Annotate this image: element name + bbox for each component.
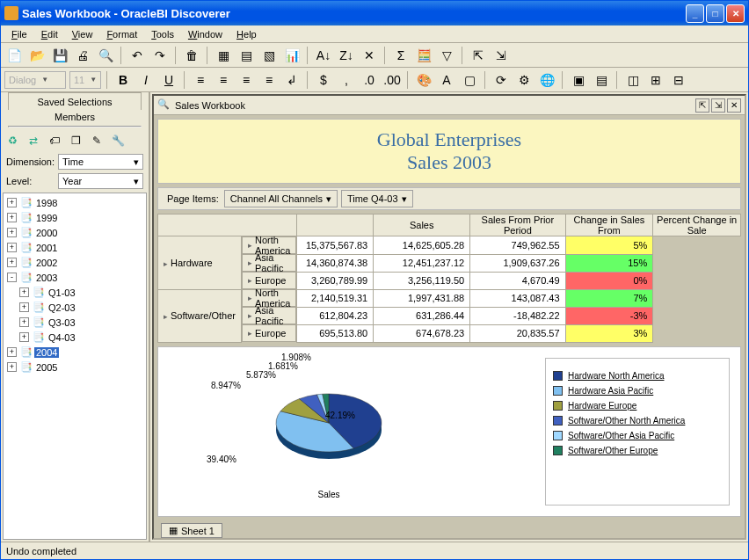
tree-node-2002[interactable]: +📑2002: [5, 255, 144, 270]
tree-label[interactable]: Q4-03: [47, 332, 77, 343]
legend-item[interactable]: Hardware Europe: [553, 401, 722, 411]
tree-label[interactable]: Q1-03: [47, 287, 77, 298]
expander-icon[interactable]: +: [7, 213, 17, 222]
tree-node-2000[interactable]: +📑2000: [5, 225, 144, 240]
tree-node-1999[interactable]: +📑1999: [5, 210, 144, 225]
expander-icon[interactable]: +: [7, 258, 17, 267]
table-row[interactable]: ▸Hardware▸North America15,375,567.8314,6…: [158, 236, 741, 255]
underline-icon[interactable]: U: [159, 70, 178, 90]
close2-icon[interactable]: ✕: [727, 98, 741, 113]
calc-icon[interactable]: 🧮: [414, 46, 433, 65]
font-select[interactable]: Dialog▼: [4, 71, 66, 89]
expander-icon[interactable]: +: [19, 302, 29, 312]
delete-icon[interactable]: 🗑: [182, 46, 201, 65]
chart2-icon[interactable]: 📊: [282, 46, 302, 65]
menu-file[interactable]: File: [4, 27, 34, 41]
tag-icon[interactable]: 🏷: [47, 133, 62, 149]
currency-icon[interactable]: $: [314, 70, 333, 90]
tree-label[interactable]: 2003: [34, 273, 59, 283]
time-tree[interactable]: +📑1998+📑1999+📑2000+📑2001+📑2002-📑2003+📑Q1…: [3, 193, 147, 540]
chart-icon[interactable]: ▧: [259, 46, 279, 65]
maximize2-icon[interactable]: ⇲: [711, 98, 725, 113]
expander-icon[interactable]: +: [7, 362, 17, 372]
sort-clear-icon[interactable]: ✕: [360, 46, 379, 65]
tree-label[interactable]: Q2-03: [47, 302, 77, 313]
wrap-icon[interactable]: ↲: [282, 70, 302, 90]
tree-node-2003[interactable]: -📑2003: [5, 270, 144, 285]
legend-item[interactable]: Software/Other Asia Pacific: [553, 431, 722, 440]
menu-edit[interactable]: Edit: [34, 27, 65, 41]
opt-icon[interactable]: ⚙: [514, 70, 534, 90]
table-row[interactable]: ▸Europe3,260,789.993,256,119.504,670.490…: [158, 272, 741, 289]
expander-icon[interactable]: +: [7, 198, 17, 207]
refresh-members-icon[interactable]: ♻: [4, 133, 20, 149]
filter-icon[interactable]: ▽: [437, 46, 456, 65]
table-row[interactable]: ▸Europe695,513.80674,678.2320,835.573%: [158, 324, 741, 342]
text-color-icon[interactable]: A: [437, 70, 456, 90]
refresh-icon[interactable]: ⟳: [491, 70, 511, 90]
export-icon[interactable]: ⇱: [469, 46, 488, 65]
close-button[interactable]: ✕: [726, 4, 745, 23]
align-right-icon[interactable]: ≡: [236, 70, 256, 90]
redo-icon[interactable]: ↷: [150, 46, 170, 65]
grid-icon[interactable]: ▦: [214, 46, 233, 65]
table-row[interactable]: ▸Software/Other▸North America2,140,519.3…: [158, 289, 741, 307]
view2-icon[interactable]: ▤: [592, 70, 611, 90]
menu-format[interactable]: Format: [99, 27, 144, 41]
data-table[interactable]: SalesSales From Prior PeriodChange in Sa…: [157, 214, 741, 343]
layout2-icon[interactable]: ⊞: [646, 70, 665, 90]
legend-item[interactable]: Software/Other North America: [553, 416, 722, 425]
bold-icon[interactable]: B: [113, 70, 133, 90]
tree-node-1998[interactable]: +📑1998: [5, 195, 144, 210]
italic-icon[interactable]: I: [136, 70, 156, 90]
open-icon[interactable]: 📂: [27, 46, 47, 65]
tree-node-Q3-03[interactable]: +📑Q3-03: [5, 315, 144, 330]
tree-node-2001[interactable]: +📑2001: [5, 240, 144, 255]
table-row[interactable]: ▸Asia Pacific612,804.23631,286.44-18,482…: [158, 307, 741, 324]
globe-icon[interactable]: 🌐: [537, 70, 556, 90]
legend-item[interactable]: Hardware North America: [553, 371, 722, 381]
menu-view[interactable]: View: [65, 27, 100, 41]
layout3-icon[interactable]: ⊟: [669, 70, 688, 90]
restore-icon[interactable]: ⇱: [695, 98, 709, 113]
border-icon[interactable]: ▢: [460, 70, 479, 90]
save-icon[interactable]: 💾: [50, 46, 69, 65]
saved-selections-tab[interactable]: Saved Selections: [8, 92, 142, 110]
maximize-button[interactable]: □: [706, 4, 724, 23]
dimension-select[interactable]: Time▾: [58, 154, 143, 170]
align-left-icon[interactable]: ≡: [191, 70, 210, 90]
new-icon[interactable]: 📄: [4, 46, 24, 65]
tree-node-2004[interactable]: +📑2004: [5, 345, 144, 360]
fill-icon[interactable]: 🎨: [414, 70, 433, 90]
tree-label[interactable]: Q3-03: [47, 317, 77, 328]
undo-icon[interactable]: ↶: [127, 46, 147, 65]
tree-node-Q4-03[interactable]: +📑Q4-03: [5, 330, 144, 345]
copy-icon[interactable]: ❐: [68, 133, 84, 149]
inc-dec-icon[interactable]: .0: [360, 70, 379, 90]
swap-icon[interactable]: ⇄: [25, 133, 41, 149]
align-justify-icon[interactable]: ≡: [259, 70, 279, 90]
align-center-icon[interactable]: ≡: [214, 70, 233, 90]
expander-icon[interactable]: +: [7, 347, 17, 357]
preview-icon[interactable]: 🔍: [96, 46, 115, 65]
tree-label[interactable]: 2001: [34, 243, 59, 253]
tree-label[interactable]: 2004: [34, 347, 59, 358]
edit-icon[interactable]: ✎: [89, 133, 105, 149]
sort-asc-icon[interactable]: A↓: [314, 46, 333, 65]
menu-tools[interactable]: Tools: [144, 27, 181, 41]
table-icon[interactable]: ▤: [236, 46, 256, 65]
tree-label[interactable]: 1998: [34, 198, 59, 208]
tree-node-Q1-03[interactable]: +📑Q1-03: [5, 285, 144, 300]
view1-icon[interactable]: ▣: [569, 70, 588, 90]
tree-node-2005[interactable]: +📑2005: [5, 360, 144, 375]
sort-desc-icon[interactable]: Z↓: [337, 46, 356, 65]
tree-node-Q2-03[interactable]: +📑Q2-03: [5, 300, 144, 315]
channel-select[interactable]: Channel All Channels ▾: [224, 190, 338, 207]
export2-icon[interactable]: ⇲: [491, 46, 511, 65]
level-select[interactable]: Year▾: [58, 173, 143, 189]
sigma-icon[interactable]: Σ: [391, 46, 411, 65]
time-select[interactable]: Time Q4-03 ▾: [341, 190, 413, 207]
menu-window[interactable]: Window: [181, 27, 229, 41]
print-icon[interactable]: 🖨: [73, 46, 92, 65]
legend-item[interactable]: Software/Other Europe: [553, 446, 722, 455]
